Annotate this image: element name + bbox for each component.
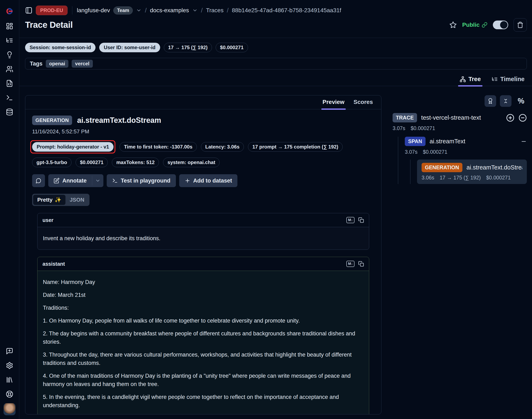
trash-icon xyxy=(517,22,523,28)
breadcrumb-divider xyxy=(72,6,72,14)
span-metrics: 3.07s $0.000271 xyxy=(405,149,527,155)
trace-type-badge: TRACE xyxy=(393,113,417,122)
message-text: 3. Throughout the day, there are various… xyxy=(43,351,364,367)
docs-library-icon[interactable] xyxy=(6,376,13,383)
generation-type-badge: GENERATION xyxy=(32,116,72,125)
max-tokens-badge: maxTokens: 512 xyxy=(112,158,159,167)
breadcrumb-project[interactable]: docs-examples xyxy=(150,7,189,14)
trace-cost: $0.000271 xyxy=(411,125,435,131)
expand-all-plus-icon[interactable] xyxy=(506,114,514,122)
generation-cost: $0.000271 xyxy=(486,175,511,181)
user-message-box: user M↓ Invent a new holiday and describ… xyxy=(37,213,369,250)
annotate-dropdown-button[interactable] xyxy=(92,174,103,187)
file-json-icon[interactable] xyxy=(6,80,13,87)
user-avatar[interactable] xyxy=(3,403,15,415)
span-node[interactable]: SPAN ai.streamText xyxy=(405,137,527,146)
message-text: 4. One of the main traditions of Harmony… xyxy=(43,372,364,388)
breadcrumb-separator: / xyxy=(145,7,147,14)
copy-icon[interactable] xyxy=(358,217,364,223)
add-to-dataset-label: Add to dataset xyxy=(193,178,232,184)
message-header-icons: M↓ xyxy=(346,261,364,267)
public-label: Public xyxy=(462,22,480,28)
markdown-toggle-icon[interactable]: M↓ xyxy=(346,261,354,267)
assistant-message-box: assistant M↓ Name: Harmony Day Date: Mar… xyxy=(37,257,369,414)
metrics-percent-button[interactable]: % xyxy=(515,95,527,107)
prompt-badge-highlight: Prompt: holiday-generator - v1 xyxy=(30,140,115,154)
add-to-dataset-button[interactable]: Add to dataset xyxy=(179,174,238,187)
annotate-button[interactable]: Annotate xyxy=(48,174,92,187)
tab-scores[interactable]: Scores xyxy=(354,99,373,105)
message-text: 5. In the evening, there is a candleligh… xyxy=(43,393,364,409)
message-text: 2. The day begins with a community break… xyxy=(43,329,364,346)
dashboard-icon[interactable] xyxy=(6,22,13,30)
prompt-version-badge[interactable]: Prompt: holiday-generator - v1 xyxy=(32,142,113,152)
breadcrumb-trace-id: 88b14e25-47ad-4867-b758-2349145aa31f xyxy=(232,7,341,14)
tab-preview[interactable]: Preview xyxy=(322,99,345,105)
observation-cost-badge: $0.000271 xyxy=(76,158,108,167)
json-tab[interactable]: JSON xyxy=(65,195,88,205)
bookmark-star-icon[interactable] xyxy=(449,21,457,29)
delete-trace-button[interactable] xyxy=(514,18,527,32)
sidebar-nav-top xyxy=(6,22,13,116)
message-role: user xyxy=(42,217,53,223)
tab-timeline[interactable]: Timeline xyxy=(492,76,525,83)
edit-pen-icon xyxy=(54,178,60,183)
collapse-all-button[interactable] xyxy=(500,95,511,107)
org-chevron-down-icon[interactable] xyxy=(136,8,141,13)
langfuse-logo-icon[interactable] xyxy=(4,6,15,16)
sidebar-toggle-icon[interactable] xyxy=(25,7,33,14)
generation-node-selected[interactable]: GENERATION ai.streamText.doStream 3.06s … xyxy=(417,159,527,184)
tree-icon xyxy=(460,76,466,82)
system-badge: system: openai.chat xyxy=(163,158,220,167)
span-children: GENERATION ai.streamText.doStream 3.06s … xyxy=(410,159,527,184)
chevron-down-icon xyxy=(95,178,100,183)
playground-terminal-icon[interactable] xyxy=(6,94,13,101)
comment-button[interactable] xyxy=(32,174,45,187)
environment-badge[interactable]: PROD-EU xyxy=(36,6,68,15)
preview-scores-tabs: Preview Scores xyxy=(25,95,381,109)
support-lifebuoy-icon[interactable] xyxy=(6,390,13,398)
page-header: PROD-EU langfuse-dev Team / docs-example… xyxy=(19,0,532,38)
generation-metrics: 3.06s 17 → 175 (∑ 192) $0.000271 xyxy=(421,175,522,181)
copy-icon[interactable] xyxy=(358,261,364,267)
breadcrumb-traces[interactable]: Traces xyxy=(206,7,223,14)
breadcrumb-separator: / xyxy=(227,7,228,14)
tracing-list-tree-icon[interactable] xyxy=(6,37,13,44)
tag-openai[interactable]: openai xyxy=(46,60,68,68)
users-icon[interactable] xyxy=(6,65,13,73)
public-toggle[interactable] xyxy=(493,21,508,29)
annotate-split-button: Annotate xyxy=(48,174,103,187)
message-text: 1. On Harmony Day, people from all walks… xyxy=(43,316,364,325)
model-badge[interactable]: gpt-3.5-turbo xyxy=(32,158,72,167)
toggle-knob xyxy=(500,21,507,29)
feedback-message-plus-icon[interactable] xyxy=(6,347,13,355)
annotate-label: Annotate xyxy=(62,178,87,184)
session-badge[interactable]: Session: some-session-id xyxy=(25,43,96,52)
sparkles-icon: ✨ xyxy=(55,197,61,203)
breadcrumb-org[interactable]: langfuse-dev xyxy=(77,7,110,14)
fold-vertical-icon xyxy=(503,98,509,104)
settings-gear-icon[interactable] xyxy=(6,362,13,369)
project-chevron-down-icon[interactable] xyxy=(192,8,198,13)
user-id-badge[interactable]: User ID: some-user-id xyxy=(99,43,160,52)
pretty-tab[interactable]: Pretty ✨ xyxy=(33,195,65,205)
playground-label: Test in playground xyxy=(121,178,171,184)
markdown-toggle-icon[interactable]: M↓ xyxy=(346,217,354,223)
tab-tree[interactable]: Tree xyxy=(460,76,481,83)
observation-timestamp: 11/16/2024, 5:52:57 PM xyxy=(32,128,374,135)
tags-label: Tags xyxy=(30,61,42,67)
trace-children: SPAN ai.streamText 3.07s $0.000271 GENER… xyxy=(398,137,527,184)
prompts-lightbulb-icon[interactable] xyxy=(6,51,13,58)
trace-metrics: 3.07s $0.000271 xyxy=(393,125,527,131)
cost-badge: $0.000271 xyxy=(216,43,248,52)
tag-vercel[interactable]: vercel xyxy=(72,60,93,68)
trace-node[interactable]: TRACE test-vercel-stream-text xyxy=(393,113,527,122)
format-toggle: Pretty ✨ JSON xyxy=(32,194,89,206)
collapse-all-minus-icon[interactable] xyxy=(519,114,527,122)
latency-badge: Latency: 3.06s xyxy=(201,142,244,152)
collapse-node-icon[interactable] xyxy=(521,138,527,144)
scores-award-button[interactable] xyxy=(484,95,496,107)
datasets-database-icon[interactable] xyxy=(6,108,13,116)
test-in-playground-button[interactable]: Test in playground xyxy=(107,174,176,187)
public-link[interactable]: Public xyxy=(462,22,487,28)
